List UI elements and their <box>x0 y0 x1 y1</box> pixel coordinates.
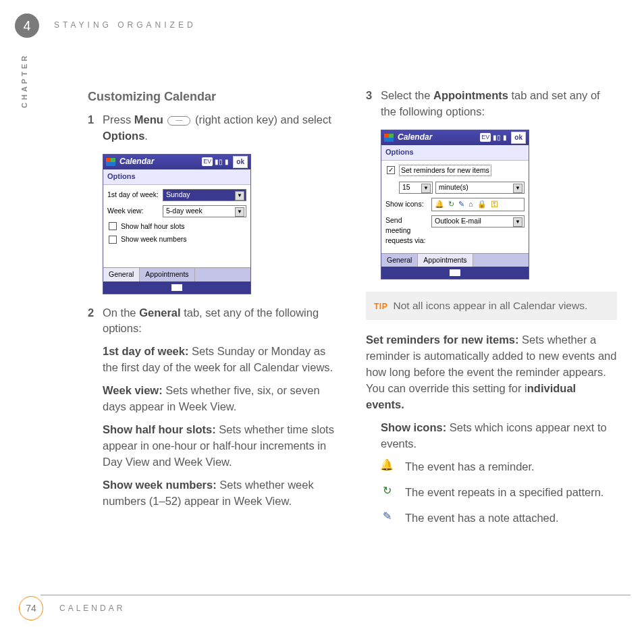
field-label: Show icons: <box>385 199 429 209</box>
device-title: Calendar <box>398 132 476 143</box>
first-day-select[interactable]: Sunday <box>163 189 246 201</box>
reminder-number-select[interactable]: 15 <box>399 182 433 194</box>
device-status-icons: EV ▮▯ ▮ <box>480 133 507 143</box>
checkbox-icon <box>109 222 117 230</box>
field-label: Week view: <box>107 206 160 216</box>
device-screenshot-general: Calendar EV ▮▯ ▮ ok Options 1st day of w… <box>103 154 251 294</box>
chapter-number: 4 <box>23 18 30 34</box>
option-label: Show half hour slots: <box>103 423 216 435</box>
tab-general[interactable]: General <box>103 268 140 281</box>
legend-row-reminder: 🔔 The event has a reminder. <box>381 459 617 475</box>
text: On the <box>103 306 139 319</box>
icon-legend: 🔔 The event has a reminder. ↻ The event … <box>381 459 617 527</box>
tip-text: Not all icons appear in all Calendar vie… <box>390 300 587 311</box>
text-bold: General <box>139 306 180 319</box>
menu-key-icon <box>167 116 190 126</box>
legend-text: The event has a reminder. <box>405 459 535 475</box>
page-number-badge: 74 <box>19 596 43 620</box>
row-show-icons: Show icons: 🔔 ↻ ✎ ⌂ 🔒 ⚿ <box>385 198 525 211</box>
row-first-day: 1st day of week: Sunday <box>107 189 246 201</box>
check-label: Set reminders for new items <box>399 165 491 176</box>
device-tabbar: General Appointments <box>103 267 250 281</box>
option-label: Show week numbers: <box>103 479 217 491</box>
tip-label: TIP <box>374 302 387 311</box>
row-week-view: Week view: 5-day week <box>107 205 246 217</box>
section-heading: Customizing Calendar <box>88 88 339 105</box>
chapter-number-badge: 4 <box>15 14 39 38</box>
option-half-hour: Show half hour slots: Sets whether time … <box>103 422 339 471</box>
footer-rule <box>41 595 630 595</box>
battery-icon: ▮ <box>503 133 507 143</box>
checkbox-icon <box>109 236 117 244</box>
legend-row-repeat: ↻ The event repeats in a specified patte… <box>381 485 617 501</box>
body-label: Set reminders for new items: <box>366 333 518 346</box>
body-label: Show icons: <box>381 421 446 433</box>
keyboard-icon[interactable] <box>450 269 460 276</box>
step-body: On the General tab, set any of the follo… <box>103 305 339 338</box>
option-week-view: Week view: Sets whether five, six, or se… <box>103 383 339 415</box>
check-label: Show week numbers <box>121 234 186 244</box>
body-show-icons: Show icons: Sets which icons appear next… <box>381 420 617 452</box>
check-half-hour[interactable]: Show half hour slots <box>109 221 246 232</box>
lock-icon: 🔒 <box>477 199 487 210</box>
send-via-select[interactable]: Outlook E-mail <box>431 215 525 227</box>
reminder-unit-select[interactable]: minute(s) <box>435 182 525 194</box>
device-subhead: Options <box>381 145 529 161</box>
device-subhead: Options <box>103 169 250 185</box>
note-icon: ✎ <box>458 199 464 210</box>
check-label: Show half hour slots <box>121 221 185 232</box>
check-set-reminders[interactable]: Set reminders for new items <box>387 165 525 176</box>
tab-appointments[interactable]: Appointments <box>140 268 194 281</box>
footer-section-label: CALENDAR <box>59 603 125 613</box>
step-number: 2 <box>88 305 103 338</box>
windows-flag-icon <box>106 158 115 166</box>
step-number: 1 <box>88 112 103 144</box>
tip-box: TIP Not all icons appear in all Calendar… <box>366 292 617 320</box>
checkbox-checked-icon <box>387 166 395 174</box>
device-screenshot-appointments: Calendar EV ▮▯ ▮ ok Options Set reminder… <box>381 130 529 279</box>
keyboard-icon[interactable] <box>171 284 182 291</box>
text-bold: Options <box>103 130 144 142</box>
text: . <box>144 130 148 142</box>
text-bold: Appointments <box>433 89 508 101</box>
field-label: Send meeting requests via: <box>385 215 429 246</box>
page-number: 74 <box>26 603 36 614</box>
legend-text: The event repeats in a specified pattern… <box>405 485 603 501</box>
tab-general[interactable]: General <box>381 254 418 267</box>
content-columns: Customizing Calendar 1 Press Menu (right… <box>88 88 617 583</box>
device-footer <box>381 267 529 279</box>
check-week-numbers[interactable]: Show week numbers <box>109 234 246 244</box>
text: Press <box>103 113 134 126</box>
house-icon: ⌂ <box>468 199 473 210</box>
recur-icon: ↻ <box>381 485 393 497</box>
option-label: Week view: <box>103 384 163 396</box>
signal-icon: ▮▯ <box>215 157 223 167</box>
icon-picker[interactable]: 🔔 ↻ ✎ ⌂ 🔒 ⚿ <box>431 198 525 211</box>
tab-appointments[interactable]: Appointments <box>418 254 473 267</box>
chapter-sideways-label: CHAPTER <box>20 53 28 108</box>
text: Select the <box>381 89 433 101</box>
field-label: 1st day of week: <box>107 190 160 200</box>
option-label: 1st day of week: <box>103 345 188 357</box>
recur-icon: ↻ <box>448 199 454 210</box>
row-reminder-time: 15 minute(s) <box>385 182 525 194</box>
step-body: Press Menu (right action key) and select… <box>103 112 339 144</box>
battery-icon: ▮ <box>225 157 229 167</box>
left-column: Customizing Calendar 1 Press Menu (right… <box>88 88 339 583</box>
note-icon: ✎ <box>381 510 393 522</box>
ok-button[interactable]: ok <box>511 132 526 144</box>
device-tabbar: General Appointments <box>381 253 529 267</box>
step-number: 3 <box>366 88 381 120</box>
legend-text: The event has a note attached. <box>405 510 559 527</box>
legend-row-note: ✎ The event has a note attached. <box>381 510 617 527</box>
chapter-subject: STAYING ORGANIZED <box>54 20 196 30</box>
device-body: Set reminders for new items 15 minute(s)… <box>381 161 529 253</box>
device-title: Calendar <box>119 156 198 167</box>
ok-button[interactable]: ok <box>233 156 248 169</box>
option-week-numbers: Show week numbers: Sets whether week num… <box>103 477 339 510</box>
text-bold: Menu <box>134 113 163 126</box>
week-view-select[interactable]: 5-day week <box>163 205 246 217</box>
device-footer <box>103 281 250 294</box>
step-2: 2 On the General tab, set any of the fol… <box>88 305 339 338</box>
ev-indicator: EV <box>480 133 491 142</box>
